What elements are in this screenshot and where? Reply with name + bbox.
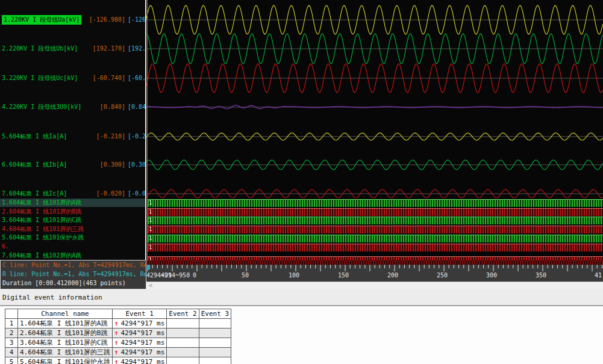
- event-channel-name: 4.604柘泉 I 线101屏的三跳: [18, 348, 113, 357]
- event2-cell: [167, 348, 199, 357]
- analog-channel-label-row-5[interactable]: 5.604柘泉 I 线Ia[A][-0.210][-0.210]: [0, 132, 145, 141]
- scroll-left-icon[interactable]: <: [149, 282, 152, 289]
- analog-channel-label-row-7[interactable]: 7.604柘泉 I 线Ic[A][-0.020][-0.020]: [0, 189, 145, 199]
- axis-tick-label: 300: [486, 272, 497, 279]
- table-corner-cell: [5, 309, 18, 319]
- digital-event-header-strip: Digital event information: [0, 289, 603, 306]
- waveform-analyzer-window: 1.220KV I 段母线Ua[kV][-126.980][-126.980]2…: [0, 0, 603, 364]
- axis-tick-label: 4294~950: [161, 272, 190, 279]
- digital-state-bar-4[interactable]: 1: [148, 226, 603, 233]
- time-axis: 4294~914294~95005010015020025030035041: [146, 261, 603, 282]
- event2-cell: [167, 329, 199, 338]
- digital-state-bar-2[interactable]: 1: [148, 208, 603, 216]
- row-number: 2: [5, 329, 18, 338]
- cursor-value-c: [-126.980]: [89, 15, 125, 25]
- digital-state-bar-6[interactable]: 1: [148, 244, 603, 251]
- analog-channel-label-row-1[interactable]: 1.220KV I 段母线Ua[kV][-126.980][-126.980]: [0, 15, 145, 25]
- digital-state-bar-7[interactable]: 1: [148, 256, 603, 261]
- analog-channel-label-row-3[interactable]: 3.220KV I 段母线Uc[kV][-60.740][-60.740]: [0, 73, 145, 83]
- analog-channel-name[interactable]: 6.604柘泉 I 线Ib[A]: [2, 160, 67, 170]
- digital-channel-label-row-3[interactable]: 3.604柘泉 I 线101屏的C跳: [0, 216, 145, 224]
- event1-cell: ↑4294"917 ms: [112, 348, 166, 357]
- horizontal-scrollbar[interactable]: <: [146, 282, 603, 289]
- event-table-row-2[interactable]: 22.604柘泉 I 线101屏的B跳↑4294"917 ms: [5, 329, 231, 338]
- event-table-row-5[interactable]: 55.604柘泉 I 线101保护永跳↑4294"917 ms: [5, 357, 231, 364]
- row-number: 5: [5, 357, 18, 364]
- event-channel-name: 3.604柘泉 I 线101屏的C跳: [18, 338, 113, 348]
- table-header-event-3[interactable]: Event 3: [199, 309, 231, 319]
- analog-waveform-plot[interactable]: [146, 0, 603, 198]
- event-table-row-4[interactable]: 44.604柘泉 I 线101屏的三跳↑4294"917 ms: [5, 348, 231, 357]
- event1-time: 4294"917 ms: [120, 329, 164, 337]
- c-cursor-line[interactable]: [147, 0, 148, 261]
- digital-channel-name[interactable]: 1.604柘泉 I 线101屏的A跳: [2, 199, 81, 207]
- digital-state-bar-1[interactable]: 1: [148, 199, 603, 207]
- cursor-value-r: [192.170]: [128, 44, 145, 54]
- cursor-value-r: [-60.740]: [128, 73, 145, 83]
- digital-event-table[interactable]: Channel nameEvent 1Event 2Event 3 11.604…: [5, 309, 231, 364]
- axis-tick-label: 200: [387, 272, 398, 279]
- event1-time: 4294"917 ms: [120, 319, 164, 327]
- digital-channel-label-row-4[interactable]: 4.604柘泉 I 线101屏的三跳: [0, 225, 145, 233]
- cursor-value-c: [192.170]: [93, 44, 125, 54]
- cursor-value-r: [0.840]: [128, 102, 145, 112]
- row-number: 1: [5, 319, 18, 329]
- digital-state-value: 1: [149, 217, 152, 224]
- event2-cell: [167, 357, 199, 364]
- axis-tick-label: 150: [338, 272, 349, 279]
- digital-channel-label-row-2[interactable]: 2.604柘泉 I 线101屏的B跳: [0, 208, 145, 216]
- rising-edge-icon: ↑: [114, 329, 119, 337]
- cursor-value-r: [-126.980]: [128, 15, 145, 25]
- row-number: 4: [5, 348, 18, 357]
- r-cursor-marker[interactable]: [147, 265, 150, 270]
- digital-channel-name[interactable]: 6.: [2, 242, 9, 251]
- cursor-value-c: [-0.210]: [96, 132, 125, 141]
- analog-channel-name[interactable]: 4.220KV I 段母线3U0[kV]: [2, 102, 81, 112]
- event1-time: 4294"917 ms: [120, 348, 164, 356]
- event1-time: 4294"917 ms: [120, 358, 164, 364]
- axis-tick-label: 41: [595, 272, 602, 279]
- digital-state-bar-5[interactable]: 1: [148, 235, 603, 242]
- digital-channel-name[interactable]: 3.604柘泉 I 线101屏的C跳: [2, 216, 81, 224]
- analog-channel-name[interactable]: 1.220KV I 段母线Ua[kV]: [2, 15, 81, 25]
- analog-channel-name[interactable]: 7.604柘泉 I 线Ic[A]: [2, 189, 67, 199]
- cursor-status-panel: C line: Point No.=1, Abs T=4294917ms, Re…: [0, 260, 146, 289]
- digital-channel-label-row-1[interactable]: 1.604柘泉 I 线101屏的A跳: [0, 199, 145, 207]
- analog-channel-label-row-2[interactable]: 2.220KV I 段母线Ub[kV][192.170][192.170]: [0, 44, 145, 54]
- digital-channel-name[interactable]: 7.604柘泉 I 线102屏的A跳: [2, 251, 81, 260]
- analog-channel-name[interactable]: 3.220KV I 段母线Uc[kV]: [2, 73, 78, 83]
- duration-status: Duration [0:00.412000](463 points): [1, 279, 146, 288]
- event-table-row-3[interactable]: 33.604柘泉 I 线101屏的C跳↑4294"917 ms: [5, 338, 231, 348]
- table-header-event-2[interactable]: Event 2: [167, 309, 199, 319]
- event1-cell: ↑4294"917 ms: [112, 357, 166, 364]
- digital-channel-name[interactable]: 2.604柘泉 I 线101屏的B跳: [2, 208, 81, 216]
- digital-channel-label-row-6[interactable]: 6.: [0, 242, 145, 251]
- event3-cell: [199, 348, 231, 357]
- cursor-value-r: [-0.020]: [128, 189, 145, 199]
- cursor-value-c: [0.840]: [100, 102, 125, 112]
- event-table-row-1[interactable]: 11.604柘泉 I 线101屏的A跳↑4294"917 ms: [5, 319, 231, 329]
- analog-channel-label-row-4[interactable]: 4.220KV I 段母线3U0[kV][0.840][0.840]: [0, 102, 145, 112]
- digital-channel-plot[interactable]: 1111111: [146, 198, 603, 261]
- digital-channel-label-row-7[interactable]: 7.604柘泉 I 线102屏的A跳: [0, 251, 145, 260]
- r-line-status: R line: Point No.=1, Abs T=4294917ms, Re…: [1, 270, 146, 279]
- event3-cell: [199, 329, 231, 338]
- cursor-value-c: [-0.020]: [96, 189, 125, 199]
- digital-state-value: 1: [149, 209, 152, 215]
- digital-channel-name[interactable]: 5.604柘泉 I 线101保护永跳: [2, 233, 84, 242]
- rising-edge-icon: ↑: [114, 319, 119, 327]
- analog-channel-name[interactable]: 2.220KV I 段母线Ub[kV]: [2, 44, 78, 54]
- analog-channel-label-row-6[interactable]: 6.604柘泉 I 线Ib[A][0.300][0.300]: [0, 160, 145, 170]
- event3-cell: [199, 338, 231, 348]
- axis-tick-label: 50: [242, 272, 249, 279]
- event-channel-name: 2.604柘泉 I 线101屏的B跳: [18, 329, 113, 338]
- digital-state-bar-3[interactable]: 1: [148, 217, 603, 224]
- rising-edge-icon: ↑: [114, 339, 119, 347]
- digital-channel-name[interactable]: 4.604柘泉 I 线101屏的三跳: [2, 225, 84, 233]
- digital-channel-label-row-5[interactable]: 5.604柘泉 I 线101保护永跳: [0, 233, 145, 242]
- table-header-event-1[interactable]: Event 1: [112, 309, 166, 319]
- digital-state-value: 1: [149, 244, 152, 251]
- table-header-channel-name[interactable]: Channel name: [18, 309, 113, 319]
- analog-channel-name[interactable]: 5.604柘泉 I 线Ia[A]: [2, 132, 67, 141]
- event3-cell: [199, 357, 231, 364]
